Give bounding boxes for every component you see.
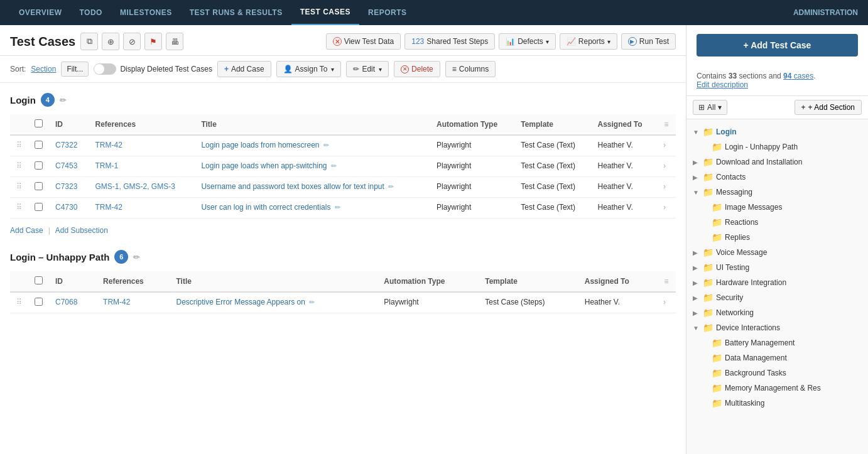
add-case-btn[interactable]: + Add Case xyxy=(217,61,271,77)
case-expand-btn[interactable]: › xyxy=(657,156,676,177)
case-edit-inline-icon[interactable]: ✏ xyxy=(388,183,394,190)
col-header-references: References xyxy=(89,114,195,135)
copy-icon-btn[interactable]: ⧉ xyxy=(80,33,98,50)
folder-icon: 📁 xyxy=(712,142,722,152)
table-icon: ⊞ xyxy=(698,103,705,112)
case-title[interactable]: Descriptive Error Message Appears on ✏ xyxy=(170,292,377,313)
folder-icon: 📁 xyxy=(703,262,713,273)
tree-item-label: Image Messages xyxy=(725,203,782,212)
tree-item[interactable]: ▼ 📁 Login xyxy=(686,124,868,139)
nav-test-cases[interactable]: TEST CASES xyxy=(291,0,359,25)
tree-item[interactable]: 📁 Data Management xyxy=(686,350,868,365)
s2-select-all-checkbox[interactable] xyxy=(35,276,43,284)
header-icons: ⧉ ⊕ ⊘ ⚑ 🖶 xyxy=(80,33,183,50)
case-edit-inline-icon[interactable]: ✏ xyxy=(323,141,329,149)
sort-value[interactable]: Section xyxy=(31,65,56,73)
tree-item[interactable]: ▼ 📁 Messaging xyxy=(686,185,868,200)
all-select-btn[interactable]: ⊞ All ▾ xyxy=(693,100,727,115)
nav-reports[interactable]: REPORTS xyxy=(359,0,416,25)
row-checkbox[interactable] xyxy=(35,203,43,211)
tree-item[interactable]: 📁 Battery Management xyxy=(686,335,868,350)
tree-item[interactable]: 📁 Memory Management & Res xyxy=(686,381,868,396)
row-checkbox[interactable] xyxy=(35,141,43,149)
section1-add-case-link[interactable]: Add Case xyxy=(10,226,43,235)
shared-test-steps-btn[interactable]: 123 Shared Test Steps xyxy=(404,33,495,50)
reports-btn[interactable]: 📈 Reports xyxy=(560,33,617,50)
nav-milestones[interactable]: MILESTONES xyxy=(111,0,181,25)
case-expand-btn[interactable]: › xyxy=(657,292,676,313)
case-expand-btn[interactable]: › xyxy=(657,135,676,156)
case-automation-type: Playwright xyxy=(430,156,514,177)
tree-item[interactable]: ▶ 📁 Hardware Integration xyxy=(686,275,868,290)
tree-item[interactable]: ▶ 📁 Voice Message xyxy=(686,245,868,260)
tree-item[interactable]: ▶ 📁 UI Testing xyxy=(686,260,868,275)
nav-test-runs[interactable]: TEST RUNS & RESULTS xyxy=(181,0,291,25)
tree-item[interactable]: ▶ 📁 Contacts xyxy=(686,170,868,185)
tree-item-label: Multitasking xyxy=(725,399,764,408)
plus-icon: + xyxy=(224,65,229,73)
section2-edit-icon[interactable]: ✏ xyxy=(133,252,140,262)
edit-btn[interactable]: ✏ Edit xyxy=(346,61,389,77)
import-icon-btn[interactable]: ⊕ xyxy=(102,33,119,50)
folder-icon: 📁 xyxy=(703,308,713,318)
tree-item-label: Messaging xyxy=(716,188,752,197)
section1-edit-icon[interactable]: ✏ xyxy=(60,95,67,105)
tree-item[interactable]: 📁 Multitasking xyxy=(686,396,868,411)
case-id[interactable]: C7322 xyxy=(49,135,89,156)
nav-todo[interactable]: TODO xyxy=(70,0,111,25)
case-id[interactable]: C7323 xyxy=(49,177,89,198)
row-checkbox[interactable] xyxy=(35,182,43,190)
case-expand-btn[interactable]: › xyxy=(657,177,676,198)
add-section-label: + Add Section xyxy=(808,103,855,112)
case-expand-btn[interactable]: › xyxy=(657,198,676,219)
columns-btn[interactable]: ≡ Columns xyxy=(445,61,496,77)
print-icon-btn[interactable]: 🖶 xyxy=(166,33,183,50)
case-edit-inline-icon[interactable]: ✏ xyxy=(331,162,337,170)
case-title[interactable]: User can log in with correct credentials… xyxy=(195,198,430,219)
case-id[interactable]: C4730 xyxy=(49,198,89,219)
tree-item[interactable]: 📁 Image Messages xyxy=(686,200,868,215)
select-all-checkbox[interactable] xyxy=(35,119,43,127)
flag-icon-btn[interactable]: ⚑ xyxy=(144,33,162,50)
case-title[interactable]: Username and password text boxes allow f… xyxy=(195,177,430,198)
export-icon-btn[interactable]: ⊘ xyxy=(123,33,141,50)
expand-icon: ▶ xyxy=(693,264,700,271)
tree-item[interactable]: 📁 Replies xyxy=(686,230,868,245)
nav-administration[interactable]: ADMINISTRATION xyxy=(793,8,858,17)
delete-x-icon: ✕ xyxy=(401,65,409,73)
s2-col-settings-btn[interactable]: ≡ xyxy=(657,271,676,292)
case-assigned-to: Heather V. xyxy=(592,198,657,219)
case-edit-inline-icon[interactable]: ✏ xyxy=(335,203,340,211)
view-test-data-btn[interactable]: ✕ View Test Data xyxy=(326,33,401,50)
col-settings-btn[interactable]: ≡ xyxy=(657,114,676,135)
assign-to-btn[interactable]: 👤 Assign To xyxy=(276,61,342,77)
add-test-case-button[interactable]: + Add Test Case xyxy=(697,34,858,57)
add-section-button[interactable]: + + Add Section xyxy=(795,100,862,115)
run-test-btn[interactable]: ▶ Run Test xyxy=(621,33,676,50)
tree-item[interactable]: 📁 Login - Unhappy Path xyxy=(686,139,868,154)
tree-item[interactable]: ▶ 📁 Download and Installation xyxy=(686,154,868,170)
row-checkbox[interactable] xyxy=(35,161,43,170)
case-title[interactable]: Login page loads when app-switching ✏ xyxy=(195,156,430,177)
tree-item[interactable]: 📁 Background Tasks xyxy=(686,365,868,381)
toggle-container: Display Deleted Test Cases xyxy=(94,63,212,75)
section2-title: Login – Unhappy Path xyxy=(10,252,109,262)
delete-btn[interactable]: ✕ Delete xyxy=(394,61,440,77)
row-checkbox[interactable] xyxy=(35,298,43,306)
tree-item[interactable]: 📁 Reactions xyxy=(686,215,868,230)
tree-item[interactable]: ▼ 📁 Device Interactions xyxy=(686,320,868,335)
case-id[interactable]: C7453 xyxy=(49,156,89,177)
defects-btn[interactable]: 📊 Defects xyxy=(499,33,556,50)
nav-overview[interactable]: OVERVIEW xyxy=(10,0,70,25)
section1-add-subsection-link[interactable]: Add Subsection xyxy=(55,226,108,235)
meta-cases-link[interactable]: 94 cases xyxy=(783,72,813,80)
tree-item[interactable]: ▶ 📁 Networking xyxy=(686,305,868,320)
case-title[interactable]: Login page loads from homescreen ✏ xyxy=(195,135,430,156)
tree-item[interactable]: ▶ 📁 Security xyxy=(686,290,868,305)
sort-label: Sort: xyxy=(10,65,26,73)
case-id[interactable]: C7068 xyxy=(49,292,97,313)
edit-description-link[interactable]: Edit description xyxy=(697,80,748,89)
filter-btn[interactable]: Filt... xyxy=(61,62,89,77)
deleted-toggle[interactable] xyxy=(94,63,116,75)
case-edit-inline-icon[interactable]: ✏ xyxy=(309,298,315,306)
